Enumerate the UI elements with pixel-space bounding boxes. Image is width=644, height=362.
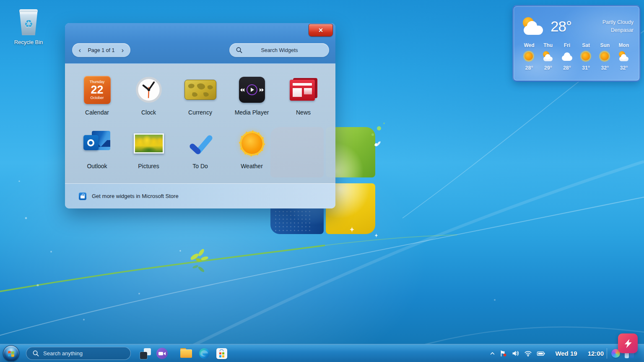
- microsoft-store-icon: [220, 349, 223, 352]
- rewind-icon: [240, 88, 244, 92]
- forecast-day[interactable]: Wed 28°: [520, 42, 538, 71]
- search-icon: [33, 350, 39, 357]
- footer-label: Get more widgets in Microsoft Store: [92, 193, 179, 199]
- widget-tile-media-player[interactable]: Media Player: [226, 75, 278, 128]
- pictures-icon: [134, 133, 164, 154]
- action-center-flag-icon[interactable]: [500, 350, 507, 357]
- forecast-day[interactable]: Fri 28°: [558, 42, 576, 71]
- widget-label: Calendar: [85, 109, 109, 116]
- taskbar-clock[interactable]: 12:00: [588, 350, 604, 357]
- partly-cloudy-icon: [522, 17, 545, 36]
- widget-label: Media Player: [235, 109, 269, 116]
- flower-sparkle-icon: [374, 233, 379, 238]
- widget-tile-calendar[interactable]: Thursday 22 October Calendar: [71, 75, 123, 128]
- forecast-day[interactable]: Sun 32°: [596, 42, 614, 71]
- media-player-icon: [239, 77, 265, 103]
- volume-icon[interactable]: [512, 349, 519, 357]
- edge-icon: [199, 348, 210, 359]
- chat-button[interactable]: [156, 348, 168, 359]
- taskbar-search-input[interactable]: [43, 350, 130, 357]
- forecast-weather-icon: [599, 51, 611, 62]
- wallpaper-green-sparkle: [383, 122, 385, 124]
- hidden-icons-chevron-icon[interactable]: [490, 351, 495, 356]
- calendar-icon: Thursday 22 October: [84, 76, 111, 104]
- forward-icon: [260, 88, 264, 92]
- lightning-watermark-icon[interactable]: [618, 333, 638, 353]
- taskbar-date[interactable]: Wed 19: [555, 350, 577, 357]
- weather-gadget[interactable]: 28° Partly Cloudy Denpasar Wed 28° Thu 2…: [512, 5, 641, 82]
- file-explorer-button[interactable]: [180, 348, 192, 359]
- widget-label: Currency: [188, 109, 212, 116]
- widget-label: News: [296, 109, 311, 116]
- edge-button[interactable]: [199, 348, 210, 359]
- wallpaper-leaf-branch: [190, 248, 209, 273]
- page-indicator: Page 1 of 1: [88, 47, 115, 53]
- widget-tile-clock[interactable]: Clock: [123, 75, 174, 128]
- search-icon: [236, 47, 242, 53]
- news-icon: [290, 78, 317, 102]
- widget-tile-weather[interactable]: Weather: [226, 128, 278, 182]
- forecast-weather-icon: [580, 51, 592, 62]
- close-button[interactable]: ✕: [309, 24, 333, 36]
- chevron-right-icon[interactable]: ›: [117, 44, 128, 56]
- taskbar-search-box[interactable]: [26, 347, 131, 360]
- flower-sparkle-icon: [349, 227, 355, 233]
- widget-label: Outlook: [87, 163, 107, 169]
- weather-location: Denpasar: [602, 26, 634, 34]
- clock-icon: [135, 76, 162, 103]
- chevron-left-icon[interactable]: ‹: [74, 44, 86, 56]
- panel-header: ‹ Page 1 of 1 › ✕: [65, 23, 335, 64]
- forecast-row: Wed 28° Thu 29° Fri 28° Sat 31° Sun: [514, 42, 639, 71]
- desktop: ♻ Recycle Bin 28° Partly Cloudy Denpasar…: [0, 0, 644, 362]
- widget-search-input[interactable]: [242, 47, 329, 53]
- widget-tile-todo[interactable]: To Do: [174, 128, 226, 182]
- forecast-weather-icon: [561, 51, 573, 62]
- todo-check-icon: [187, 132, 214, 155]
- forecast-weather-icon: [618, 51, 630, 62]
- widget-tile-news[interactable]: News: [278, 75, 329, 128]
- windows-flag-icon: [7, 349, 16, 358]
- outlook-icon: [83, 131, 111, 156]
- microsoft-store-button[interactable]: [216, 348, 227, 359]
- forecast-day[interactable]: Mon 32°: [615, 42, 633, 71]
- task-view-button[interactable]: [140, 348, 151, 359]
- widget-label: Pictures: [138, 163, 159, 169]
- wallpaper-green-sparkle: [371, 133, 374, 136]
- recycle-bin-icon: ♻: [16, 9, 41, 36]
- butterfly-icon: [374, 141, 381, 147]
- get-more-widgets-link[interactable]: Get more widgets in Microsoft Store: [65, 183, 335, 208]
- microsoft-store-icon: [79, 193, 86, 200]
- forecast-weather-icon: [523, 51, 535, 62]
- taskbar: Wed 19 12:00: [0, 344, 644, 362]
- widget-label: Clock: [141, 109, 156, 116]
- weather-condition: Partly Cloudy: [602, 18, 634, 26]
- widget-tile-pictures[interactable]: Pictures: [123, 128, 174, 182]
- wallpaper-green-sparkle: [377, 126, 381, 130]
- widget-tile-currency[interactable]: Currency: [174, 75, 226, 128]
- currency-icon: [184, 80, 216, 100]
- widget-tile-outlook[interactable]: Outlook: [71, 128, 123, 182]
- chat-icon: [158, 352, 163, 355]
- forecast-weather-icon: [542, 51, 554, 62]
- current-temperature: 28°: [551, 18, 571, 35]
- system-tray: Wed 19 12:00: [490, 344, 604, 362]
- widget-label: Weather: [241, 163, 263, 169]
- start-button[interactable]: [3, 345, 19, 362]
- pagination-control: ‹ Page 1 of 1 ›: [72, 43, 130, 57]
- taskbar-separator: [607, 348, 607, 359]
- wifi-icon[interactable]: [524, 349, 532, 357]
- recycle-bin-label: Recycle Bin: [7, 39, 50, 45]
- forecast-day[interactable]: Sat 31°: [577, 42, 595, 71]
- forecast-day[interactable]: Thu 29°: [539, 42, 557, 71]
- weather-sun-icon: [239, 130, 265, 156]
- panel-body: Thursday 22 October Calendar: [65, 64, 335, 183]
- widget-gallery-panel: ‹ Page 1 of 1 › ✕ Thursday 22: [65, 23, 335, 208]
- widget-search-box[interactable]: [229, 43, 329, 57]
- battery-icon[interactable]: [537, 349, 545, 357]
- widget-label: To Do: [192, 163, 208, 169]
- recycle-bin[interactable]: ♻ Recycle Bin: [7, 9, 50, 45]
